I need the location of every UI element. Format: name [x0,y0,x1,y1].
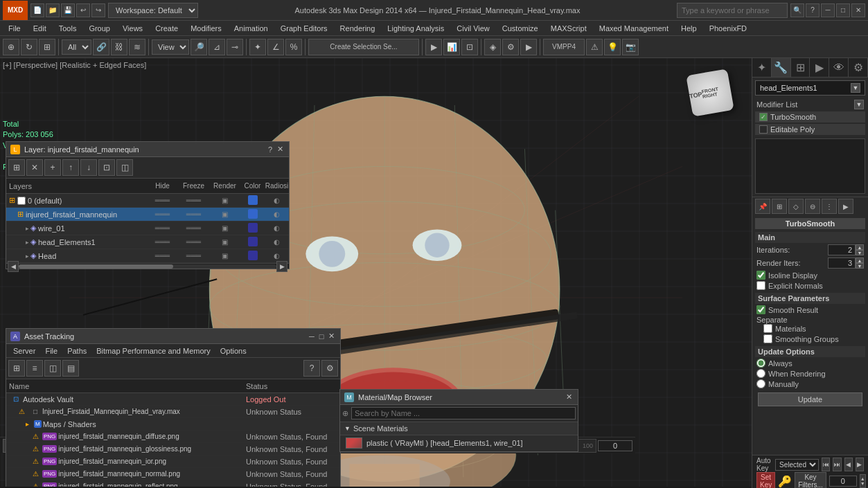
toolbar-link-btn[interactable]: 🔗 [93,39,109,55]
menu-file[interactable]: File [3,21,26,35]
tab-display[interactable]: 👁 [829,58,849,77]
asset-row-vault[interactable]: ⊡ Autodesk Vault Logged Out [6,393,340,406]
modifier-editable-poly[interactable]: Editable Poly [755,124,865,135]
autokey-nav-btn[interactable]: ⏮ [822,458,830,471]
autokey-nav4-btn[interactable]: ▶ [856,458,864,471]
update-button[interactable]: Update [758,392,862,406]
viewport-3d[interactable]: [+] [Perspective] [Realistic + Edged Fac… [0,58,752,487]
iterations-up-btn[interactable]: ▲ [856,244,864,250]
menu-maxed[interactable]: Maxed Management [594,21,674,35]
asset-row-reflect[interactable]: ⚠ PNG injured_firstaid_mannequin_reflect… [6,480,340,487]
asset-row-ior[interactable]: ⚠ PNG injured_firstaid_mannequin_ior.png… [6,455,340,468]
asset-row-diffuse[interactable]: ⚠ PNG injured_firstaid_mannequin_diffuse… [6,431,340,443]
asset-row-normal[interactable]: ⚠ PNG injured_firstaid_mannequin_normal.… [6,468,340,480]
frame-counter-input[interactable] [829,476,857,487]
layers-scrollbar[interactable]: ◀ ▶ [6,263,289,269]
workspace-selector[interactable]: Workspace: Default [108,3,198,18]
toolbar-named-sel-btn[interactable]: ▶ [425,39,442,55]
select-filter-dropdown[interactable]: All [62,39,91,55]
asset-close-btn[interactable]: ✕ [326,332,336,341]
layer-row-0[interactable]: ⊞ 0 (default) ═══ ═══ ▣ ◐ [6,194,289,208]
asset-menu-options[interactable]: Options [216,346,251,356]
menu-rendering[interactable]: Rendering [335,21,381,35]
autokey-nav2-btn[interactable]: ⏭ [833,458,841,471]
layer-row-2[interactable]: ▸ ◈ wire_01 ═══ ═══ ▣ ◐ [6,222,289,235]
modifier-turbossmooth[interactable]: ✓ TurboSmooth [755,111,865,123]
layer-row-3[interactable]: ▸ ◈ head_Elements1 ═══ ═══ ▣ ◐ [6,235,289,249]
toolbar-scale-btn[interactable]: ⊞ [39,39,55,55]
frame-input[interactable] [598,440,632,451]
menu-views[interactable]: Views [117,21,148,35]
asset-tool2[interactable]: ≡ [26,360,43,377]
render-iters-down-btn[interactable]: ▼ [856,263,864,269]
toolbar-snap-btn[interactable]: ✦ [249,39,266,55]
menu-create[interactable]: Create [150,21,184,35]
autokey-nav3-btn[interactable]: ◀ [844,458,853,471]
search-icon[interactable]: 🔍 [790,3,804,17]
menu-help[interactable]: Help [675,21,702,35]
menu-tools[interactable]: Tools [53,21,82,35]
layers-tool5[interactable]: ↓ [80,159,97,176]
toolbar-unlink-btn[interactable]: ⛓ [111,39,127,55]
redo-btn[interactable]: ↪ [91,3,105,17]
scroll-track[interactable] [19,264,276,269]
menu-customize[interactable]: Customize [497,21,544,35]
asset-tool1[interactable]: ⊞ [8,360,25,377]
toolbar-warning-btn[interactable]: ⚠ [586,39,603,55]
save-btn[interactable]: 💾 [61,3,75,17]
layers-tool3[interactable]: + [44,159,61,176]
maximize-icon[interactable]: □ [836,3,850,17]
asset-row-maps[interactable]: ▸ M Maps / Shaders [6,418,340,431]
layers-tool6[interactable]: ⊡ [98,159,115,176]
iterations-spinner[interactable]: ▲ ▼ [856,244,864,255]
asset-menu-paths[interactable]: Paths [63,346,91,356]
nav-cube[interactable]: TOPFRONT RIGHT [689,72,731,114]
material-search-input[interactable] [351,407,576,419]
isoline-checkbox[interactable] [756,271,765,280]
iterations-down-btn[interactable]: ▼ [856,250,864,255]
minimize-icon[interactable]: ─ [821,3,835,17]
editable-poly-checkbox[interactable] [759,125,768,134]
tab-create[interactable]: ✦ [752,58,772,77]
asset-tool4[interactable]: ▤ [62,360,79,377]
toolbar-vmpp-btn[interactable]: VMPP4 [543,39,585,55]
smoothing-groups-checkbox[interactable] [763,334,772,343]
iterations-input[interactable] [828,244,856,255]
menu-lighting[interactable]: Lighting Analysis [382,21,450,35]
modifier-list-dropdown-btn[interactable]: ▼ [854,100,864,109]
modifier-name-dropdown[interactable]: ▼ [851,83,860,93]
toolbar-zoom-btn[interactable]: 🔎 [191,39,207,55]
ctrl-remove-btn[interactable]: ⊖ [805,199,820,214]
always-radio[interactable] [756,359,765,368]
asset-row-file[interactable]: ⚠ □ Injured_Firstaid_Mannequin_Head_vray… [6,406,340,418]
layers-tool2[interactable]: ✕ [26,159,43,176]
material-item-plastic[interactable]: plastic ( VRayMtl ) [head_Elements1, wir… [340,435,578,451]
ctrl-next-btn[interactable]: ▶ [838,199,853,214]
open-btn[interactable]: 📁 [46,3,60,17]
materials-checkbox[interactable] [763,324,772,333]
render-iters-input[interactable] [828,257,856,269]
ctrl-configure-btn[interactable]: ⋮ [822,199,837,214]
asset-row-gloss[interactable]: ⚠ PNG injured_firstaid_mannequin_glossin… [6,443,340,455]
asset-help-btn[interactable]: ? [303,360,320,377]
toolbar-render-btn[interactable]: ▶ [520,39,537,55]
toolbar-light-btn[interactable]: 💡 [604,39,621,55]
menu-civil[interactable]: Civil View [451,21,495,35]
turbossmooth-checkbox[interactable]: ✓ [759,113,768,121]
view-mode-dropdown[interactable]: View [152,39,189,55]
menu-modifiers[interactable]: Modifiers [185,21,227,35]
menu-maxscript[interactable]: MAXScript [545,21,592,35]
asset-titlebar[interactable]: A Asset Tracking ─ □ ✕ [6,329,340,344]
keyfilters-button[interactable]: Key Filters... [795,472,826,488]
layers-close-btn[interactable]: ✕ [275,145,285,154]
new-btn[interactable]: 📄 [30,3,44,17]
tab-utilities[interactable]: ⚙ [849,58,868,77]
close-icon[interactable]: ✕ [851,3,865,17]
toolbar-bind-btn[interactable]: ≋ [129,39,145,55]
layers-help-btn[interactable]: ? [265,145,275,154]
toolbar-track-view-btn[interactable]: 📊 [443,39,460,55]
render-iters-up-btn[interactable]: ▲ [856,257,864,263]
layers-titlebar[interactable]: L Layer: injured_firstaid_mannequin ? ✕ [6,142,289,157]
layers-tool1[interactable]: ⊞ [8,159,25,176]
menu-phoenix[interactable]: PhoenixFD [704,21,752,35]
